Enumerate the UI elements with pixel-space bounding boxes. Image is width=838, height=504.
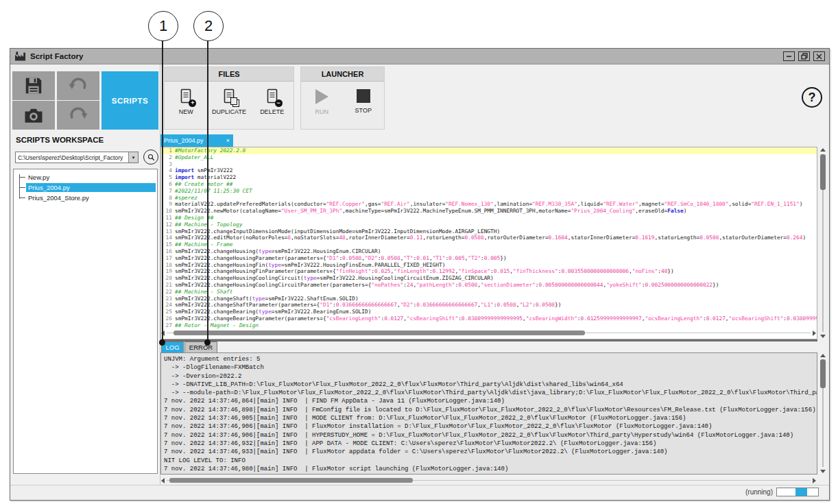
code-line-11[interactable]: 11## Design ## xyxy=(161,215,817,221)
script-factory-window: Script Factory SCRIPTS SCRIPTS WORKSPACE… xyxy=(10,48,830,501)
code-line-1[interactable]: 1#MotorFactory 2022.2.0 xyxy=(161,147,817,154)
code-line-26[interactable]: 26smPmIr3V222.changeBearingParameter(par… xyxy=(161,315,817,322)
stop-button-label: STOP xyxy=(355,107,372,114)
code-line-27[interactable]: 27## Rotor - Magnet - Design xyxy=(161,322,817,329)
file-item-New.py[interactable]: New.py xyxy=(19,172,156,182)
launcher-group-title: LAUNCHER xyxy=(301,67,384,82)
editor-horizontal-scrollbar[interactable] xyxy=(161,329,816,337)
run-button[interactable]: RUN xyxy=(304,88,339,115)
editor-tab-prius-2004[interactable]: Prius_2004.py × xyxy=(160,134,233,147)
tab-error[interactable]: ERROR xyxy=(184,341,217,353)
log-scroll-down-icon[interactable] xyxy=(820,470,826,473)
code-line-12[interactable]: 12## Machine - Topology xyxy=(161,221,817,228)
code-line-7[interactable]: 7#2022/11/07 11:25:30 CET xyxy=(161,188,817,195)
code-line-13[interactable]: 13smPmIr3V222.changeInputDimensionMode(i… xyxy=(161,228,817,235)
file-name: Prius_2004_Store.py xyxy=(26,193,156,202)
camera-icon xyxy=(23,106,44,125)
log-output-panel[interactable]: UNJVM: Argument entries: 5 -> -DlogFilen… xyxy=(160,352,817,475)
code-line-22[interactable]: 22## Machine - Shaft xyxy=(161,289,817,296)
minus-badge-icon: − xyxy=(275,99,283,107)
code-line-24[interactable]: 24smPmIr3V222.changeShaftParameter(param… xyxy=(161,302,817,309)
code-line-10[interactable]: 10smPmIr3V222.newMotor(catalogName="User… xyxy=(161,208,817,215)
scroll-right-icon[interactable] xyxy=(813,331,816,336)
editor-vscroll-thumb[interactable] xyxy=(820,154,826,190)
line-number: 16 xyxy=(161,248,175,255)
code-text: #MotorFactory 2022.2.0 xyxy=(175,147,246,154)
line-number: 1 xyxy=(161,147,175,154)
help-button[interactable]: ? xyxy=(802,87,822,108)
editor-console-divider[interactable] xyxy=(160,339,817,341)
code-line-21[interactable]: 21smPmIr3V222.changeHousingCoolingCircui… xyxy=(161,282,817,289)
log-scroll-up-icon[interactable] xyxy=(820,354,826,357)
code-text: import smPmIr3V222 xyxy=(175,167,233,174)
code-line-23[interactable]: 23smPmIr3V222.changeShaft(type=smPmIr3V2… xyxy=(161,296,817,302)
stop-button[interactable]: STOP xyxy=(346,88,381,114)
snapshot-button[interactable] xyxy=(12,101,55,130)
code-line-20[interactable]: 20smPmIr3V222.changeHousingCoolingCircui… xyxy=(161,275,817,282)
undo-icon xyxy=(68,75,88,96)
scripts-tab-label: SCRIPTS xyxy=(112,97,148,105)
code-text: smPmIr3V222.editMotor(noRotorPoles=8,noS… xyxy=(175,235,806,241)
log-vertical-scrollbar[interactable] xyxy=(818,353,828,474)
title-bar[interactable]: Script Factory xyxy=(10,49,829,64)
delete-script-button[interactable]: − DELETE xyxy=(252,88,293,115)
log-scroll-left-icon[interactable] xyxy=(161,478,165,483)
scroll-down-icon[interactable] xyxy=(820,335,826,338)
code-line-4[interactable]: 4import smPmIr3V222 xyxy=(161,167,817,174)
file-item-Prius_2004_Store.py[interactable]: Prius_2004_Store.py xyxy=(19,193,156,203)
code-line-8[interactable]: 8#sperez xyxy=(161,195,817,202)
search-icon xyxy=(147,153,156,162)
file-item-Prius_2004.py[interactable]: Prius_2004.py xyxy=(19,182,156,193)
editor-vertical-scrollbar[interactable] xyxy=(818,147,828,339)
code-line-19[interactable]: 19smPmIr3V222.changeHousingFinParameter(… xyxy=(161,268,817,275)
code-text: smPmIr3V222.changeHousingCoolingCircuitP… xyxy=(175,282,719,289)
code-line-9[interactable]: 9materialV222.updatePreferedMaterials(co… xyxy=(161,201,817,208)
log-line-3: -> -Dversion=2022.2 xyxy=(164,372,817,381)
question-mark-icon: ? xyxy=(809,91,816,105)
code-line-2[interactable]: 2#Updater_ALL xyxy=(161,154,817,161)
log-horizontal-scrollbar[interactable] xyxy=(161,477,816,484)
workspace-path-combobox[interactable]: C:\Users\sperez\Desktop\Script_Factory ▼ xyxy=(15,152,139,163)
progress-chunk xyxy=(795,488,807,496)
line-number: 9 xyxy=(161,201,175,208)
minimize-icon xyxy=(786,53,792,60)
combo-dropdown-button[interactable]: ▼ xyxy=(128,152,138,163)
tab-close-icon[interactable]: × xyxy=(226,137,230,144)
duplicate-script-button[interactable]: DUPLICATE xyxy=(208,88,250,115)
close-button[interactable] xyxy=(813,51,825,61)
log-vscroll-thumb[interactable] xyxy=(820,359,826,388)
code-text: import materialV222 xyxy=(175,174,236,181)
code-line-3[interactable]: 3 xyxy=(161,161,817,168)
restore-button[interactable] xyxy=(798,51,810,61)
code-line-5[interactable]: 5import materialV222 xyxy=(161,174,817,181)
code-text: smPmIr3V222.changeHousingFinParameter(pa… xyxy=(175,268,674,275)
minimize-button[interactable] xyxy=(783,51,795,61)
line-number: 12 xyxy=(161,221,175,228)
log-line-2: -> -DlogFilename=FXMBatch xyxy=(164,363,817,372)
code-line-6[interactable]: 6## Create motor ## xyxy=(161,181,817,188)
log-line-12: 7 nov. 2022 14:37:46,933|[main] INFO | F… xyxy=(164,448,817,456)
run-button-label: RUN xyxy=(315,108,329,115)
status-bar: (running) xyxy=(10,485,829,500)
log-scroll-right-icon[interactable] xyxy=(813,478,816,483)
scroll-up-icon[interactable] xyxy=(820,148,826,152)
redo-button[interactable] xyxy=(57,101,99,130)
line-number: 6 xyxy=(161,181,175,188)
code-line-15[interactable]: 15## Machine - Frame xyxy=(161,241,817,248)
log-line-11: 7 nov. 2022 14:37:46,932|[main] INFO | A… xyxy=(164,440,817,448)
save-button[interactable] xyxy=(12,71,55,100)
code-line-16[interactable]: 16smPmIr3V222.changeHousing(type=smPmIr3… xyxy=(161,248,817,255)
code-line-17[interactable]: 17smPmIr3V222.changeHousingParameter(par… xyxy=(161,255,817,262)
code-line-14[interactable]: 14smPmIr3V222.editMotor(noRotorPoles=8,n… xyxy=(161,235,817,241)
line-number: 5 xyxy=(161,174,175,181)
code-text: smPmIr3V222.changeHousing(type=smPmIr3V2… xyxy=(175,248,381,255)
code-line-25[interactable]: 25smPmIr3V222.changeBearing(type=smPmIr3… xyxy=(161,309,817,315)
code-editor[interactable]: 1#MotorFactory 2022.2.02#Updater_ALL34im… xyxy=(160,147,817,339)
scripts-tab-button[interactable]: SCRIPTS xyxy=(101,71,158,130)
new-script-button[interactable]: + NEW xyxy=(165,88,206,115)
undo-button[interactable] xyxy=(57,71,99,100)
code-line-18[interactable]: 18smPmIr3V222.changeHousingFin(type=smPm… xyxy=(161,262,817,269)
editor-hscroll-thumb[interactable] xyxy=(173,331,585,335)
log-hscroll-thumb[interactable] xyxy=(169,478,413,483)
browse-folder-button[interactable] xyxy=(143,149,158,165)
